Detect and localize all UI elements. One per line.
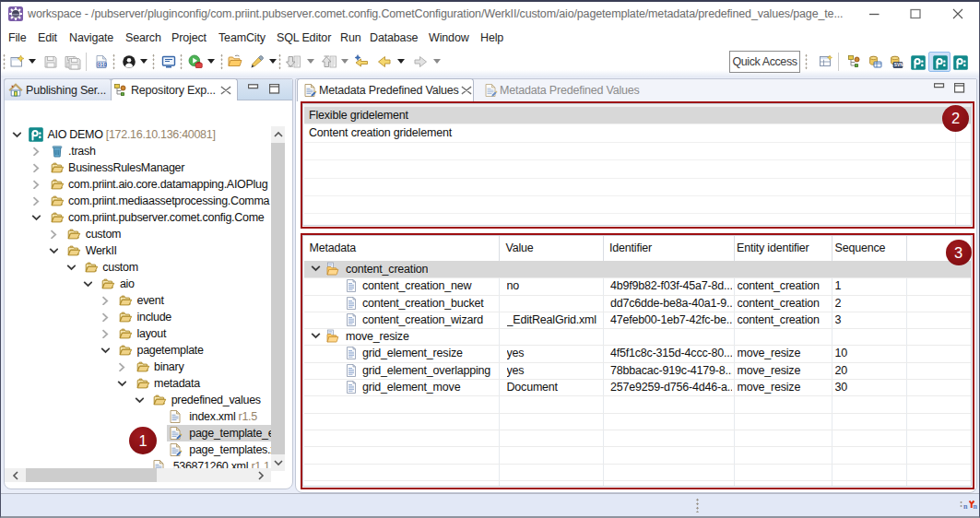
- svg-text:n: n: [974, 502, 978, 511]
- svg-text:n: n: [963, 502, 968, 511]
